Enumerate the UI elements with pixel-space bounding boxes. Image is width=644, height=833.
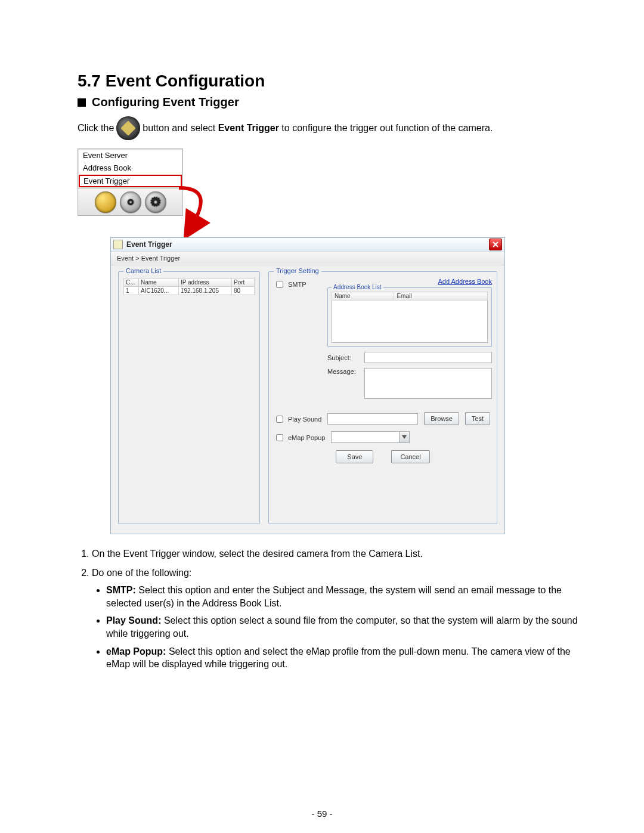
message-label: Message: bbox=[327, 368, 360, 375]
abl-legend: Address Book List bbox=[332, 284, 383, 290]
subject-input[interactable] bbox=[364, 352, 492, 363]
subsection-title: Configuring Event Trigger bbox=[78, 95, 596, 109]
substeps: SMTP: Select this option and enter the S… bbox=[106, 584, 596, 671]
step-2-text: Do one of the following: bbox=[92, 568, 191, 578]
dialog-icon bbox=[113, 240, 123, 249]
col-name: Name bbox=[139, 278, 179, 287]
breadcrumb: Event > Event Trigger bbox=[111, 252, 504, 265]
toolbar bbox=[78, 188, 183, 216]
play-sound-checkbox[interactable] bbox=[276, 416, 283, 423]
t: Select this option and enter the Subject… bbox=[106, 585, 562, 608]
test-button[interactable]: Test bbox=[465, 412, 490, 425]
dialog-titlebar: Event Trigger bbox=[111, 238, 504, 252]
section-title: 5.7 Event Configuration bbox=[78, 72, 596, 91]
play-sound-checkbox-label[interactable]: Play Sound bbox=[274, 413, 321, 425]
emap-checkbox-label[interactable]: eMap Popup bbox=[274, 431, 325, 443]
cancel-button[interactable]: Cancel bbox=[391, 450, 429, 463]
event-trigger-dialog: Event Trigger Event > Event Trigger Came… bbox=[110, 237, 505, 534]
svg-point-1 bbox=[129, 201, 132, 203]
substep-smtp: SMTP: Select this option and enter the S… bbox=[106, 584, 596, 609]
menu-item-event-trigger[interactable]: Event Trigger bbox=[79, 175, 182, 187]
substep-emap: eMap Popup: Select this option and selec… bbox=[106, 645, 596, 671]
smtp-text: SMTP bbox=[288, 281, 306, 288]
step-2: Do one of the following: SMTP: Select th… bbox=[92, 566, 596, 671]
sound-path-input[interactable] bbox=[327, 413, 418, 425]
camera-list-table[interactable]: C... Name IP address Port 1 AIC1620... 1… bbox=[123, 278, 255, 295]
cell: 80 bbox=[232, 287, 255, 295]
camera-list-group: Camera List C... Name IP address Port 1 … bbox=[118, 271, 260, 524]
save-button[interactable]: Save bbox=[336, 450, 373, 463]
browse-button[interactable]: Browse bbox=[424, 412, 459, 425]
t: Select this option select a sound file f… bbox=[106, 615, 578, 639]
close-icon bbox=[493, 241, 499, 247]
message-input[interactable] bbox=[364, 368, 492, 399]
intro-post: button and select Event Trigger to confi… bbox=[143, 122, 493, 135]
address-book-table[interactable]: NameEmail bbox=[332, 292, 488, 343]
abl-col-name: Name bbox=[332, 292, 394, 301]
abl-col-email: Email bbox=[394, 292, 488, 301]
arrow-icon bbox=[173, 185, 221, 241]
intro-bold: Event Trigger bbox=[218, 123, 279, 133]
dialog-title: Event Trigger bbox=[126, 240, 489, 249]
table-row[interactable]: 1 AIC1620... 192.168.1.205 80 bbox=[124, 287, 255, 295]
emap-text: eMap Popup bbox=[288, 434, 325, 441]
close-button[interactable] bbox=[489, 239, 502, 250]
chevron-down-icon bbox=[399, 432, 409, 442]
b: Play Sound: bbox=[106, 615, 161, 625]
cell: AIC1620... bbox=[139, 287, 179, 295]
b: eMap Popup: bbox=[106, 646, 166, 657]
subject-label: Subject: bbox=[327, 354, 360, 361]
play-sound-text: Play Sound bbox=[288, 416, 321, 423]
trigger-setting-group: Trigger Setting SMTP Add Address Book Ad… bbox=[268, 271, 497, 524]
toolbar-gear-icon[interactable] bbox=[145, 191, 166, 213]
menu-item-address-book[interactable]: Address Book bbox=[78, 162, 182, 174]
col-ip: IP address bbox=[179, 278, 232, 287]
cell: 1 bbox=[124, 287, 139, 295]
intro-post-2: to configure the trigger out function of… bbox=[279, 123, 493, 133]
substep-play-sound: Play Sound: Select this option select a … bbox=[106, 614, 596, 640]
intro-paragraph: Click the button and select Event Trigge… bbox=[78, 116, 596, 140]
menu-item-event-server[interactable]: Event Server bbox=[78, 149, 182, 162]
toolbar-edit-icon[interactable] bbox=[95, 191, 116, 213]
bullet-square-icon bbox=[78, 98, 86, 107]
toolbar-camera-icon[interactable] bbox=[120, 191, 141, 213]
b: SMTP: bbox=[106, 585, 136, 595]
emap-checkbox[interactable] bbox=[276, 434, 283, 441]
subhead-text: Configuring Event Trigger bbox=[92, 95, 239, 109]
context-menu-figure: Event Server Address Book Event Trigger bbox=[78, 148, 596, 216]
intro-pre: Click the bbox=[78, 122, 114, 135]
page-number: - 59 - bbox=[311, 809, 332, 819]
smtp-checkbox[interactable] bbox=[276, 281, 283, 288]
trigger-setting-legend: Trigger Setting bbox=[274, 267, 321, 274]
col-port: Port bbox=[232, 278, 255, 287]
intro-post-1: button and select bbox=[143, 123, 218, 133]
col-c: C... bbox=[124, 278, 139, 287]
camera-list-legend: Camera List bbox=[123, 267, 163, 274]
step-1: On the Event Trigger window, select the … bbox=[92, 547, 596, 561]
t: Select this option and select the eMap p… bbox=[106, 646, 571, 670]
edit-icon bbox=[116, 116, 140, 140]
table-header-row: C... Name IP address Port bbox=[124, 278, 255, 287]
cell: 192.168.1.205 bbox=[179, 287, 232, 295]
context-menu: Event Server Address Book Event Trigger bbox=[78, 148, 183, 188]
address-book-list-group: Address Book List NameEmail bbox=[327, 287, 492, 347]
emap-select[interactable] bbox=[331, 431, 410, 443]
smtp-checkbox-label[interactable]: SMTP bbox=[274, 278, 321, 290]
step-1-text: On the Event Trigger window, select the … bbox=[92, 549, 423, 559]
steps-list: On the Event Trigger window, select the … bbox=[78, 547, 596, 671]
